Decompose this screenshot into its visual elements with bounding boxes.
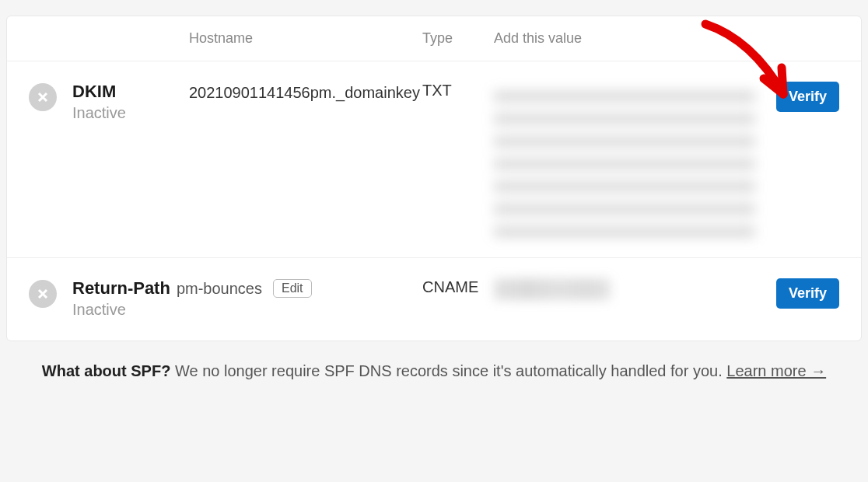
- table-header: Hostname Type Add this value: [7, 16, 861, 61]
- type-value: TXT: [422, 82, 494, 100]
- x-circle-icon: [29, 83, 57, 111]
- record-status: Inactive: [72, 102, 189, 124]
- redacted-value: [494, 278, 611, 300]
- redacted-value: [494, 82, 755, 237]
- header-value: Add this value: [494, 30, 768, 47]
- hostname-value: 20210901141456pm._domainkey: [189, 82, 422, 103]
- record-name: Return-Path: [72, 278, 170, 299]
- header-hostname: Hostname: [189, 30, 422, 47]
- edit-button[interactable]: Edit: [273, 279, 312, 298]
- learn-more-link[interactable]: Learn more →: [726, 362, 826, 379]
- table-row: DKIM Inactive 20210901141456pm._domainke…: [7, 61, 861, 258]
- spf-lead: What about SPF?: [42, 362, 171, 379]
- hostname-value: pm-bounces: [177, 280, 262, 298]
- verify-button[interactable]: Verify: [776, 82, 839, 112]
- record-name: DKIM: [72, 82, 189, 102]
- dns-records-card: Hostname Type Add this value DKIM Inacti…: [6, 16, 862, 341]
- type-value: CNAME: [422, 278, 494, 296]
- header-type: Type: [422, 30, 494, 47]
- verify-button[interactable]: Verify: [776, 278, 839, 309]
- spf-note: What about SPF? We no longer require SPF…: [6, 341, 862, 400]
- spf-text: We no longer require SPF DNS records sin…: [175, 362, 723, 379]
- x-circle-icon: [29, 280, 57, 308]
- table-row: Return-Path pm-bounces Edit Inactive CNA…: [7, 258, 861, 341]
- record-status: Inactive: [72, 299, 337, 320]
